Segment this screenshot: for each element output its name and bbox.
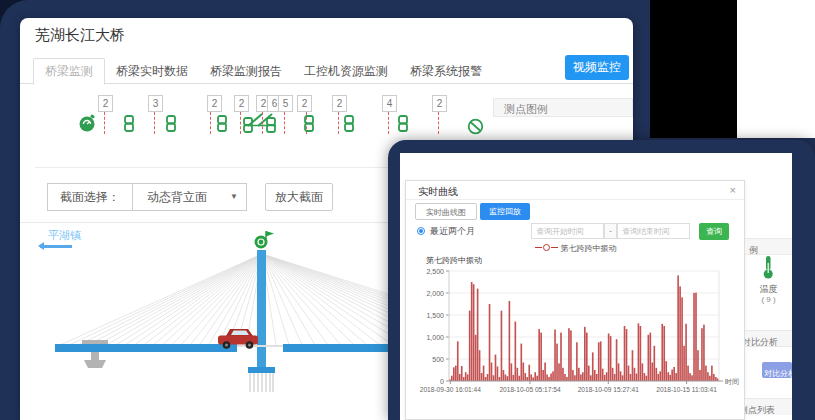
chain-link-icon[interactable]	[216, 115, 228, 132]
sensor-marker-dash	[154, 112, 155, 134]
point-list-header: 测点列表	[745, 398, 792, 415]
gauge-icon[interactable]	[78, 113, 97, 137]
bearing-icon[interactable]	[242, 112, 278, 140]
compare-analysis-button[interactable]: 对比分析	[762, 362, 792, 378]
sensor-marker-dash	[262, 112, 263, 134]
svg-text:500: 500	[432, 356, 444, 363]
sensor-count-badge: 2	[207, 95, 222, 112]
desktop: 芜湖长江大桥 桥梁监测 桥梁实时数据 桥梁监测报告 工控机资源监测 桥梁系统报警…	[0, 0, 815, 420]
sensor-marker-dash	[438, 112, 439, 134]
tab-system-alarm[interactable]: 桥梁系统报警	[399, 59, 493, 84]
svg-text:2,500: 2,500	[426, 268, 444, 275]
bridge-deck-left	[55, 344, 237, 352]
svg-text:2018-10-05 05:17:54: 2018-10-05 05:17:54	[499, 386, 561, 393]
section-select-value: 动态背立面	[147, 190, 207, 204]
dialog-tabbar: 实时曲线图 监控回放	[415, 203, 530, 220]
tab-realtime-curve[interactable]: 实时曲线图	[415, 203, 477, 220]
svg-text:0: 0	[440, 378, 444, 385]
bridge-tower	[257, 250, 266, 371]
background-window-edge	[737, 0, 815, 138]
close-icon[interactable]: ×	[730, 184, 736, 196]
sensor-count-badge: 2	[332, 95, 347, 112]
sensor-marker-dash	[210, 112, 211, 134]
svg-text:2018-10-09 15:27:41: 2018-10-09 15:27:41	[578, 386, 640, 393]
date-range-separator: -	[604, 223, 617, 239]
main-tabbar: 桥梁监测 桥梁实时数据 桥梁监测报告 工控机资源监测 桥梁系统报警	[33, 58, 493, 84]
sensor-count-badge: 3	[148, 95, 163, 112]
sensor-count-badge: 2	[98, 95, 113, 112]
section-select-label: 截面选择：	[47, 183, 133, 211]
legend-panel-title: 测点图例	[504, 100, 548, 118]
prohibition-icon[interactable]	[467, 118, 484, 139]
tab-monitor-playback[interactable]: 监控回放	[480, 203, 530, 220]
svg-text:2018-09-30 16:01:44: 2018-09-30 16:01:44	[420, 386, 482, 393]
legend-circle-icon	[543, 244, 550, 251]
compare-analysis-header: 对比分析	[745, 330, 792, 347]
chart-bars	[449, 275, 719, 381]
page-title: 芜湖长江大桥	[35, 26, 125, 45]
query-start-time-input[interactable]	[531, 223, 604, 239]
tab-realtime-data[interactable]: 桥梁实时数据	[105, 59, 199, 84]
query-row: 最近两个月 - 查询	[406, 223, 746, 241]
tower-pier	[248, 367, 275, 392]
dialog-header: 实时曲线 ×	[406, 181, 744, 200]
query-end-time-input[interactable]	[617, 223, 690, 239]
chain-link-icon[interactable]	[123, 115, 135, 132]
modal-window: 实时曲线 × 实时曲线图 监控回放 最近两个月 - 查询 第七跨跨中振动 第七跨…	[400, 153, 792, 420]
svg-text:时间: 时间	[725, 378, 739, 386]
sensor-count-badge: 2	[432, 95, 447, 112]
section-select-dropdown[interactable]: 动态背立面 ▼	[132, 183, 247, 211]
sensor-marker-dash	[284, 112, 285, 134]
enlarge-section-button[interactable]: 放大截面	[265, 183, 333, 211]
sensor-marker-dash	[388, 112, 389, 134]
chain-link-icon[interactable]	[397, 115, 409, 132]
sensor-count-badge: 2	[234, 95, 249, 112]
sensor-marker-dash	[240, 112, 241, 134]
modal-side-panel: 例 温度 ( 9 ) 对比分析 对比分析 测点列表	[745, 153, 792, 420]
temperature-count: ( 9 )	[745, 295, 792, 304]
legend-line-icon	[535, 247, 542, 248]
deck-joint	[237, 345, 283, 347]
svg-text:2,000: 2,000	[426, 290, 444, 297]
sensor-count-badge: 4	[382, 95, 397, 112]
tab-bridge-monitoring[interactable]: 桥梁监测	[33, 58, 105, 85]
video-monitor-button[interactable]: 视频监控	[565, 55, 629, 80]
chain-link-icon[interactable]	[165, 115, 177, 132]
svg-text:1,500: 1,500	[426, 312, 444, 319]
svg-text:2018-10-15 11:03:41: 2018-10-15 11:03:41	[656, 386, 717, 393]
radio-label: 最近两个月	[430, 225, 475, 238]
svg-text:1,000: 1,000	[426, 334, 444, 341]
thermometer-icon[interactable]	[761, 255, 775, 285]
tab-ipc-resource[interactable]: 工控机资源监测	[293, 59, 399, 84]
legend-series-label: 第七跨跨中振动	[561, 244, 617, 253]
query-button[interactable]: 查询	[699, 223, 729, 240]
chain-link-icon[interactable]	[303, 115, 315, 132]
side-legend-header: 例	[745, 238, 792, 255]
chevron-down-icon: ▼	[230, 184, 238, 210]
tab-monitor-report[interactable]: 桥梁监测报告	[199, 59, 293, 84]
vibration-chart: 05001,0001,5002,0002,5002018-09-30 16:01…	[406, 265, 744, 405]
dialog-title: 实时曲线	[418, 185, 458, 199]
radio-last-two-months[interactable]	[417, 227, 425, 235]
sensor-count-badge: 5	[278, 95, 293, 112]
chart-legend[interactable]: 第七跨跨中振动	[406, 243, 746, 254]
legend-line-icon	[551, 247, 558, 248]
sensor-marker-dash	[338, 112, 339, 134]
chain-link-icon[interactable]	[343, 115, 355, 132]
sensor-count-badge: 2	[297, 95, 312, 112]
realtime-curve-dialog: 实时曲线 × 实时曲线图 监控回放 最近两个月 - 查询 第七跨跨中振动 第七跨…	[405, 180, 745, 420]
sensor-marker-dash	[104, 112, 105, 134]
tower-top-camera-icon	[255, 231, 275, 249]
background-black-region	[650, 0, 737, 138]
legend-panel-header: 测点图例	[493, 98, 633, 117]
